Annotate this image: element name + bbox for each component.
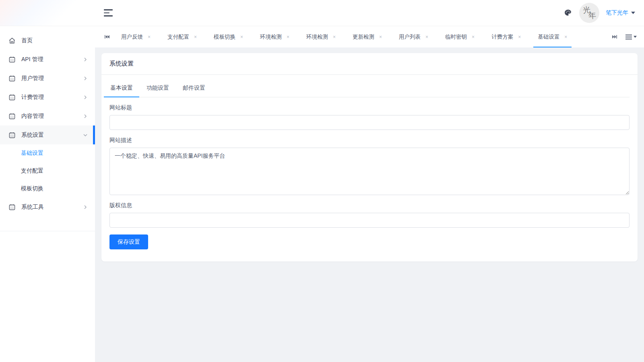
home-icon bbox=[8, 37, 16, 44]
sidebar-menu: 首页 API 管理 用户管理 计费管理 bbox=[0, 26, 95, 231]
chevron-right-icon bbox=[83, 205, 88, 210]
sidebar-divider bbox=[0, 231, 95, 231]
tab-billing-plan[interactable]: 计费方案 × bbox=[483, 26, 529, 47]
chevron-right-icon bbox=[83, 114, 88, 119]
site-description-textarea[interactable]: 一个稳定、快速、易用的高质量API服务平台 bbox=[109, 148, 630, 195]
sidebar: 首页 API 管理 用户管理 计费管理 bbox=[0, 0, 95, 362]
settings-card: 系统设置 基本设置 功能设置 邮件设置 网站标题 网站描述 一个稳定、快速、易用… bbox=[101, 53, 638, 261]
tab-template-switch[interactable]: 模板切换 × bbox=[205, 26, 252, 47]
main-column: 光 年 笔下光年 用户反馈 × 支付配置 × bbox=[95, 0, 644, 362]
card-body: 基本设置 功能设置 邮件设置 网站标题 网站描述 一个稳定、快速、易用的高质量A… bbox=[101, 75, 638, 249]
close-icon[interactable]: × bbox=[472, 35, 475, 39]
sidebar-item-home[interactable]: 首页 bbox=[0, 31, 95, 50]
tabs-scroll-area: 用户反馈 × 支付配置 × 模板切换 × 环境检测 × 环境检测 × bbox=[113, 26, 609, 47]
tab-label: 用户列表 bbox=[399, 33, 421, 41]
tab-label: 环境检测 bbox=[306, 33, 328, 41]
sidebar-item-label: API 管理 bbox=[21, 56, 83, 63]
chevron-right-icon bbox=[83, 95, 88, 100]
close-icon[interactable]: × bbox=[564, 35, 567, 39]
sidebar-item-label: 系统工具 bbox=[21, 204, 83, 211]
tab-temp-key[interactable]: 临时密钥 × bbox=[437, 26, 483, 47]
tab-list-menu-icon[interactable] bbox=[624, 33, 638, 41]
sidebar-submenu-system-settings: 基础设置 支付配置 模板切换 bbox=[0, 144, 95, 197]
close-icon[interactable]: × bbox=[240, 35, 243, 39]
close-icon[interactable]: × bbox=[379, 35, 382, 39]
user-menu[interactable]: 笔下光年 bbox=[606, 9, 635, 16]
tab-basic-settings-inner[interactable]: 基本设置 bbox=[109, 82, 134, 97]
chevron-right-icon bbox=[83, 57, 88, 62]
tab-user-list[interactable]: 用户列表 × bbox=[390, 26, 437, 47]
topbar-right: 光 年 笔下光年 bbox=[563, 3, 635, 23]
tab-mail-settings[interactable]: 邮件设置 bbox=[182, 82, 206, 97]
sidebar-item-label: 内容管理 bbox=[21, 113, 83, 120]
close-icon[interactable]: × bbox=[333, 35, 336, 39]
app-root: 首页 API 管理 用户管理 计费管理 bbox=[0, 0, 644, 362]
tab-user-feedback[interactable]: 用户反馈 × bbox=[113, 26, 159, 47]
tab-label: 用户反馈 bbox=[121, 33, 143, 41]
sidebar-item-billing-management[interactable]: 计费管理 bbox=[0, 88, 95, 107]
site-title-input[interactable] bbox=[109, 115, 630, 130]
tab-strip: 用户反馈 × 支付配置 × 模板切换 × 环境检测 × 环境检测 × bbox=[95, 26, 644, 47]
caret-down-icon bbox=[631, 12, 635, 14]
tab-update-check[interactable]: 更新检测 × bbox=[344, 26, 390, 47]
topbar: 光 年 笔下光年 bbox=[95, 0, 644, 26]
close-icon[interactable]: × bbox=[287, 35, 289, 39]
grid-icon bbox=[8, 56, 16, 63]
tab-env-check-2[interactable]: 环境检测 × bbox=[298, 26, 344, 47]
tab-label: 计费方案 bbox=[491, 33, 513, 41]
sidebar-subitem-payment-config[interactable]: 支付配置 bbox=[0, 162, 95, 180]
tab-label: 临时密钥 bbox=[445, 33, 467, 41]
sidebar-item-content-management[interactable]: 内容管理 bbox=[0, 107, 95, 125]
chevron-down-icon bbox=[83, 133, 88, 138]
avatar[interactable]: 光 年 bbox=[579, 3, 599, 23]
tab-env-check-1[interactable]: 环境检测 × bbox=[252, 26, 298, 47]
tab-label: 基础设置 bbox=[538, 33, 559, 41]
user-name: 笔下光年 bbox=[606, 9, 628, 16]
grid-icon bbox=[8, 94, 16, 101]
sidebar-item-user-management[interactable]: 用户管理 bbox=[0, 69, 95, 88]
tab-basic-settings[interactable]: 基础设置 × bbox=[529, 26, 576, 47]
tab-label: 支付配置 bbox=[167, 33, 189, 41]
tab-label: 环境检测 bbox=[260, 33, 282, 41]
sidebar-subitem-label: 模板切换 bbox=[21, 185, 43, 192]
avatar-text: 年 bbox=[588, 10, 597, 21]
main-content: 系统设置 基本设置 功能设置 邮件设置 网站标题 网站描述 一个稳定、快速、易用… bbox=[95, 47, 644, 362]
grid-icon bbox=[8, 132, 16, 139]
save-settings-button[interactable]: 保存设置 bbox=[109, 234, 148, 249]
tab-label: 更新检测 bbox=[353, 33, 374, 41]
sidebar-subitem-basic-settings[interactable]: 基础设置 bbox=[0, 144, 95, 162]
site-title-label: 网站标题 bbox=[109, 104, 630, 111]
sidebar-item-system-tools[interactable]: 系统工具 bbox=[0, 197, 95, 216]
theme-palette-icon[interactable] bbox=[563, 8, 573, 18]
close-icon[interactable]: × bbox=[425, 35, 428, 39]
sidebar-collapse-icon[interactable] bbox=[104, 9, 114, 16]
sidebar-item-label: 首页 bbox=[21, 37, 88, 44]
grid-icon bbox=[8, 75, 16, 82]
tab-payment-config[interactable]: 支付配置 × bbox=[159, 26, 205, 47]
sidebar-subitem-label: 基础设置 bbox=[21, 150, 43, 157]
sidebar-item-label: 系统设置 bbox=[21, 132, 83, 139]
close-icon[interactable]: × bbox=[194, 35, 197, 39]
sidebar-item-system-settings[interactable]: 系统设置 bbox=[0, 125, 95, 144]
tabs-scroll-end-icon[interactable] bbox=[609, 34, 621, 40]
sidebar-item-label: 用户管理 bbox=[21, 75, 83, 82]
settings-tabs: 基本设置 功能设置 邮件设置 bbox=[109, 82, 630, 97]
chevron-right-icon bbox=[83, 76, 88, 81]
tab-feature-settings[interactable]: 功能设置 bbox=[146, 82, 170, 97]
grid-icon bbox=[8, 204, 16, 211]
grid-icon bbox=[8, 113, 16, 120]
sidebar-item-api-management[interactable]: API 管理 bbox=[0, 50, 95, 69]
close-icon[interactable]: × bbox=[148, 35, 151, 39]
close-icon[interactable]: × bbox=[518, 35, 521, 39]
sidebar-subitem-template-switch[interactable]: 模板切换 bbox=[0, 180, 95, 197]
tabs-scroll-start-icon[interactable] bbox=[101, 26, 113, 47]
copyright-input[interactable] bbox=[109, 213, 630, 228]
sidebar-logo bbox=[0, 0, 95, 26]
tabbar-actions bbox=[609, 26, 638, 47]
sidebar-subitem-label: 支付配置 bbox=[21, 167, 43, 175]
card-title: 系统设置 bbox=[101, 53, 638, 75]
sidebar-item-label: 计费管理 bbox=[21, 94, 83, 101]
copyright-label: 版权信息 bbox=[109, 202, 630, 209]
site-description-label: 网站描述 bbox=[109, 137, 630, 144]
tab-label: 模板切换 bbox=[214, 33, 235, 41]
